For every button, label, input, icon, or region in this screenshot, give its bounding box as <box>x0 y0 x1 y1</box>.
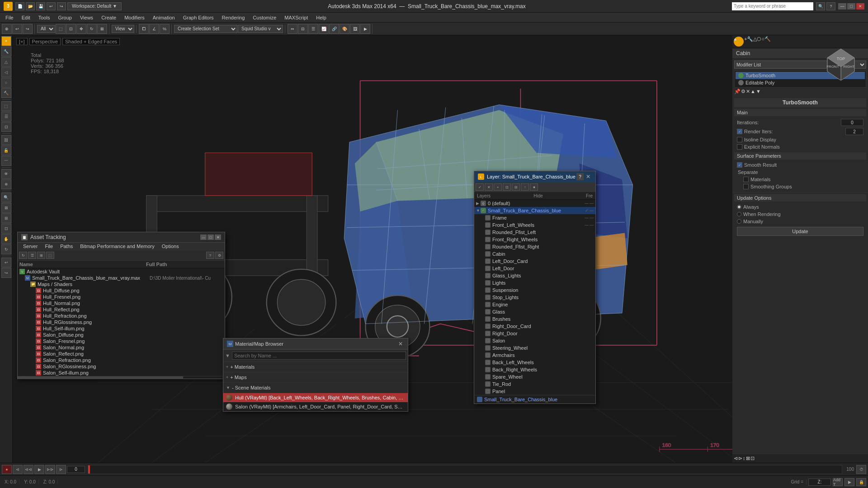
cp-nav-btn-3[interactable]: ↕ <box>743 455 745 461</box>
layer-item-engine[interactable]: ⬚ Engine <box>474 301 595 308</box>
ts-iterations-input[interactable] <box>841 119 863 126</box>
anim-current-frame[interactable] <box>67 466 85 473</box>
layer-delete-btn[interactable]: ✕ <box>485 183 493 191</box>
open-btn[interactable]: 📂 <box>26 2 35 10</box>
menu-modifiers[interactable]: Modifiers <box>121 14 148 21</box>
layer-item-rounded-ffist-left[interactable]: ⬚ Rounded_Ffist_Left <box>474 229 595 236</box>
zoom-all-btn[interactable]: ⊠ <box>1 203 11 213</box>
layer-item-glass[interactable]: ⬚ Glass <box>474 308 595 315</box>
at-item-salon-reflect[interactable]: 🖼 Salon_Reflect.png <box>18 351 225 357</box>
layer-highlight-btn[interactable]: ★ <box>530 183 538 191</box>
at-item-salon-self-illum[interactable]: 🖼 Salon_Self-illum.png <box>18 370 225 376</box>
mb-maps-section[interactable]: + + Maps <box>223 372 408 383</box>
mb-close-btn[interactable]: ✕ <box>397 340 404 347</box>
at-item-hull-rglossiness[interactable]: 🖼 Hull_RGlossiness.png <box>18 319 225 325</box>
command-panel-hierarchy[interactable]: △ <box>1 57 11 67</box>
at-item-hull-normal[interactable]: 🖼 Hull_Normal.png <box>18 300 225 306</box>
viewport-shading-label[interactable]: Shaded + Edged Faces <box>62 38 120 45</box>
at-item-maps-folder[interactable]: 📁 Maps / Shaders <box>18 281 225 287</box>
layer-item-panel[interactable]: ⬚ Panel <box>474 388 595 395</box>
undo-btn[interactable]: ↩ <box>47 2 56 10</box>
mb-materials-section[interactable]: + + Materials <box>223 362 408 372</box>
menu-rendering[interactable]: Rendering <box>218 14 249 21</box>
redo-btn[interactable]: ↪ <box>57 2 66 10</box>
layer-item-back-right-wheels[interactable]: ⬚ Back_Right_Wheels <box>474 366 595 373</box>
sb-viewport-lock[interactable]: 🔒 <box>856 478 866 486</box>
update-button[interactable]: Update <box>737 227 863 236</box>
render-setup-btn[interactable]: 🖼 <box>350 24 360 34</box>
layer-item-left-door-card[interactable]: ⬚ Left_Door_Card <box>474 258 595 265</box>
layer-item-active[interactable]: ▼ ✓ Small_Truck_Bare_Chassis_blue ✓— <box>474 207 595 214</box>
at-item-salon-normal[interactable]: 🖼 Salon_Normal.png <box>18 344 225 351</box>
at-item-salon-fresnel[interactable]: 🖼 Salon_Fresnel.png <box>18 338 225 344</box>
layer-item-default[interactable]: ▶ 0 0 (default) —— <box>474 200 595 207</box>
ts-render-iters-input[interactable] <box>845 128 863 135</box>
command-panel-display[interactable]: ○ <box>1 78 11 88</box>
command-panel-modify[interactable]: 🔧 <box>1 47 11 56</box>
layer-expand-active[interactable]: ▼ <box>476 208 481 213</box>
minimize-btn[interactable]: — <box>838 3 846 9</box>
layer-item-suspension[interactable]: ⬚ Suspension <box>474 286 595 294</box>
anim-prev-frame[interactable]: ⊲ <box>13 465 23 474</box>
layer-item-cabin[interactable]: ⬚ Cabin <box>474 250 595 258</box>
modifier-delete-btn[interactable]: ✕ <box>746 89 750 94</box>
maximize-btn[interactable]: □ <box>847 3 855 9</box>
at-menu-options[interactable]: Options <box>158 243 183 250</box>
zoom-btn[interactable]: 🔍 <box>1 192 11 202</box>
angle-snap[interactable]: ∠ <box>149 24 159 34</box>
mb-item-hull[interactable]: Hull (VRayMtl) [Back_Left_Wheels, Back_R… <box>223 393 408 402</box>
keyword-search[interactable] <box>732 2 813 10</box>
new-btn[interactable]: 📄 <box>15 2 24 10</box>
cp-nav-btn-4[interactable]: ⊠ <box>746 455 750 461</box>
cp-utilities-icon[interactable]: 🔨 <box>764 36 771 47</box>
cp-nav-btn-2[interactable]: ⊳ <box>738 455 742 461</box>
layer-item-spare-wheel[interactable]: ⬚ Spare_Wheel <box>474 373 595 380</box>
cp-nav-btn-1[interactable]: ⊲ <box>734 455 738 461</box>
cp-hierarchy-icon[interactable]: △ <box>753 36 757 47</box>
layer-item-tie-rod[interactable]: ⬚ Tie_Rod <box>474 380 595 388</box>
at-menu-bitmap[interactable]: Bitmap Performance and Memory <box>76 243 158 250</box>
anim-next-frame[interactable]: ⊳ <box>56 465 66 474</box>
menu-help[interactable]: Help <box>312 14 330 21</box>
schematic-view-btn[interactable]: 🔗 <box>329 24 339 34</box>
at-item-autodesk-vault[interactable]: V Autodesk Vault <box>18 268 225 275</box>
layer-dialog-close[interactable]: ✕ <box>585 173 592 180</box>
anim-timeline[interactable] <box>88 465 842 474</box>
layer-select-children[interactable]: ⊟ <box>512 183 520 191</box>
at-scrollbar[interactable] <box>18 376 225 379</box>
modifier-move-up-btn[interactable]: ▲ <box>750 89 755 94</box>
help-btn[interactable]: ? <box>826 2 835 10</box>
at-help-btn[interactable]: ? <box>206 252 214 259</box>
selection-filter[interactable]: All <box>37 25 55 33</box>
close-btn[interactable]: ✕ <box>856 3 864 9</box>
at-scrollbar-thumb[interactable] <box>18 376 183 379</box>
cp-motion-icon[interactable]: ⬡ <box>757 36 761 47</box>
at-item-salon-diffuse[interactable]: 🖼 Salon_Diffuse.png <box>18 332 225 338</box>
mb-search-input[interactable] <box>232 352 406 360</box>
modifier-configure-btn[interactable]: ⚙ <box>741 89 745 94</box>
save-btn[interactable]: 💾 <box>36 2 45 10</box>
ts-smooth-result-cb[interactable]: ✓ <box>737 162 742 168</box>
cp-modify-icon[interactable]: 🔧 <box>747 36 753 47</box>
at-item-salon-refraction[interactable]: 🖼 Salon_Refraction.png <box>18 357 225 363</box>
at-menu-file[interactable]: File <box>41 243 57 250</box>
rotate-btn[interactable]: ↻ <box>87 24 97 34</box>
bind-space-warp[interactable]: 〰 <box>1 156 11 166</box>
ts-smoothing-groups-cb[interactable] <box>743 184 749 189</box>
menu-file[interactable]: File <box>2 14 17 21</box>
command-panel-motion[interactable]: ◁ <box>1 67 11 77</box>
layer-item-armchairs[interactable]: ⬚ Armchairs <box>474 352 595 359</box>
update-manually-radio[interactable] <box>737 219 741 224</box>
ts-materials-cb[interactable] <box>743 177 749 182</box>
cp-material-sphere-icon[interactable]: ● <box>734 37 744 47</box>
layer-item-back-left-wheels[interactable]: ⬚ Back_Left_Wheels <box>474 359 595 366</box>
at-select-btn[interactable]: ⬚ <box>46 252 54 259</box>
undo-viewport[interactable]: ↩ <box>1 258 11 267</box>
sb-grid-input[interactable] <box>808 479 831 486</box>
update-always-radio[interactable] <box>737 205 741 209</box>
zoom-region[interactable]: ⊡ <box>1 224 11 234</box>
modifier-pin-btn[interactable]: 📌 <box>734 89 741 94</box>
layer-btn[interactable]: ☰ <box>308 24 318 34</box>
layer-item-frame[interactable]: ⬚ Frame —— <box>474 214 595 221</box>
menu-animation[interactable]: Animation <box>149 14 179 21</box>
